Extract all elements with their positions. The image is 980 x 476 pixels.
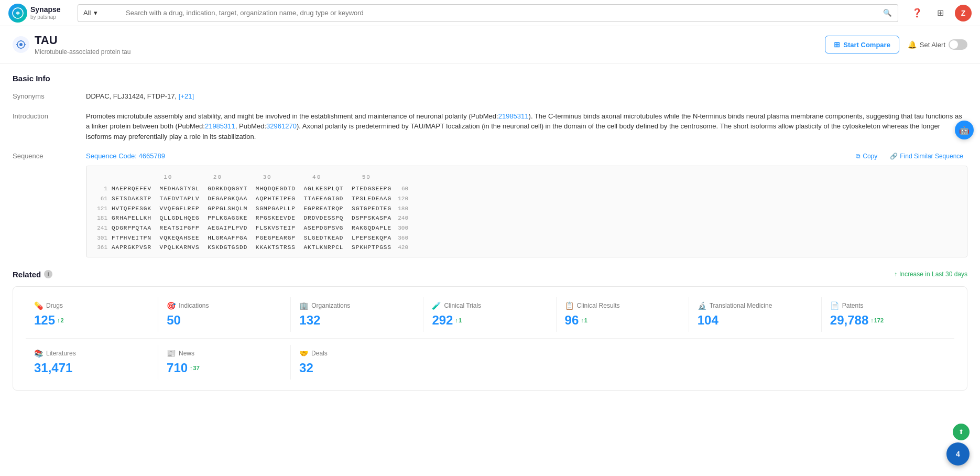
related-grid-row2: 📚 Literatures 31,471 📰 News 710 ↑ bbox=[26, 345, 954, 380]
navbar: Synapse by patsnap All ▾ 🔍 ❓ ⊞ Z bbox=[0, 0, 980, 26]
help-button[interactable]: ❓ bbox=[909, 5, 925, 21]
search-button[interactable]: 🔍 bbox=[877, 4, 898, 22]
related-item-news[interactable]: 📰 News 710 ↑37 bbox=[158, 345, 291, 380]
find-similar-button[interactable]: 🔗 Find Similar Sequence bbox=[886, 153, 967, 160]
find-similar-icon: 🔗 bbox=[890, 153, 898, 160]
filter-value: All bbox=[83, 9, 91, 17]
related-card: 💊 Drugs 125 ↑2 🎯 Indications 50 bbox=[13, 286, 967, 391]
svg-point-2 bbox=[19, 43, 23, 46]
patents-increase: ↑172 bbox=[870, 317, 884, 323]
sequence-row: Sequence Sequence Code: 4665789 ⧉ Copy 🔗… bbox=[13, 151, 967, 257]
seq-line-6: 301FTPHVEITPN VQKEQAHSEE HLGRAAFPGA PGEG… bbox=[95, 233, 959, 243]
ai-chat-icon: 🤖 bbox=[959, 125, 970, 135]
related-item-indications[interactable]: 🎯 Indications 50 bbox=[158, 297, 291, 332]
search-filter-dropdown[interactable]: All ▾ bbox=[78, 4, 119, 22]
clinical-results-label: Clinical Results bbox=[577, 302, 620, 309]
pubmed3-link[interactable]: 32961270 bbox=[266, 122, 297, 130]
search-input[interactable] bbox=[119, 4, 877, 22]
compare-icon: ⊞ bbox=[834, 40, 840, 49]
introduction-label: Introduction bbox=[13, 111, 86, 142]
related-item-organizations[interactable]: 🏢 Organizations 132 bbox=[291, 297, 423, 332]
introduction-value: Promotes microtubule assembly and stabil… bbox=[86, 111, 967, 142]
related-header: Related i ↑ Increase in Last 30 days bbox=[13, 270, 967, 279]
seq-line-1: 1MAEPRQEFEV MEDHAGTYGL GDRKDQGGYT MHQDQE… bbox=[95, 184, 959, 194]
deals-value: 32 bbox=[299, 361, 415, 375]
drugs-icon: 💊 bbox=[34, 301, 43, 310]
basic-info-title: Basic Info bbox=[13, 74, 967, 83]
literatures-value: 31,471 bbox=[34, 361, 149, 375]
translational-label: Translational Medicine bbox=[710, 302, 772, 309]
news-label: News bbox=[179, 350, 194, 357]
help-icon: ❓ bbox=[912, 8, 922, 18]
drugs-increase: ↑2 bbox=[57, 317, 64, 323]
logo-text: Synapse bbox=[30, 6, 61, 14]
organizations-label: Organizations bbox=[311, 302, 350, 309]
drugs-label: Drugs bbox=[46, 302, 63, 309]
page-header: TAU Microtubule-associated protein tau ⊞… bbox=[0, 26, 980, 63]
related-item-drugs[interactable]: 💊 Drugs 125 ↑2 bbox=[26, 297, 158, 332]
related-info-icon[interactable]: i bbox=[44, 270, 52, 278]
organizations-value: 132 bbox=[299, 313, 415, 328]
sequence-box[interactable]: 10 20 30 40 50 1MAEPRQEFEV MEDHAGTYGL GD… bbox=[86, 166, 967, 257]
sequence-code-link[interactable]: Sequence Code: 4665789 bbox=[86, 151, 165, 161]
related-item-literatures[interactable]: 📚 Literatures 31,471 bbox=[26, 345, 158, 380]
sequence-header: Sequence Code: 4665789 ⧉ Copy 🔗 Find Sim… bbox=[86, 151, 967, 161]
page-title: TAU bbox=[35, 34, 130, 47]
synonyms-more-link[interactable]: [+21] bbox=[179, 92, 194, 100]
set-alert-area: 🔔 Set Alert bbox=[908, 39, 967, 50]
related-item-translational[interactable]: 🔬 Translational Medicine 104 bbox=[689, 297, 822, 332]
translational-value: 104 bbox=[698, 313, 813, 328]
alert-icon: 🔔 bbox=[908, 40, 917, 49]
literatures-icon: 📚 bbox=[34, 349, 43, 358]
patents-value: 29,788 ↑172 bbox=[830, 313, 946, 328]
related-item-clinical-trials[interactable]: 🧪 Clinical Trials 292 ↑1 bbox=[423, 297, 556, 332]
logo-icon bbox=[8, 4, 27, 23]
seq-line-7: 361AAPRGKPVSR VPQLKARMVS KSKDGTGSDD KKAK… bbox=[95, 243, 959, 253]
sequence-value: Sequence Code: 4665789 ⧉ Copy 🔗 Find Sim… bbox=[86, 151, 967, 257]
news-increase: ↑37 bbox=[190, 365, 200, 371]
start-compare-button[interactable]: ⊞ Start Compare bbox=[825, 36, 899, 53]
target-icon bbox=[13, 36, 29, 53]
chevron-down-icon: ▾ bbox=[94, 9, 97, 17]
pubmed1-link[interactable]: 21985311 bbox=[498, 112, 529, 120]
apps-icon: ⊞ bbox=[937, 8, 944, 18]
logo-subtext: by patsnap bbox=[30, 14, 61, 20]
deals-label: Deals bbox=[311, 350, 328, 357]
sequence-label: Sequence bbox=[13, 151, 86, 257]
literatures-label: Literatures bbox=[46, 350, 76, 357]
clinical-trials-value: 292 ↑1 bbox=[432, 313, 547, 328]
clinical-results-icon: 📋 bbox=[565, 301, 574, 310]
indications-value: 50 bbox=[167, 313, 282, 328]
clinical-trials-increase: ↑1 bbox=[455, 317, 462, 323]
pubmed2-link[interactable]: 21985311 bbox=[205, 122, 235, 130]
related-item-patents[interactable]: 📄 Patents 29,788 ↑172 bbox=[822, 297, 954, 332]
news-icon: 📰 bbox=[167, 349, 176, 358]
related-title-area: Related i bbox=[13, 270, 52, 279]
translational-icon: 🔬 bbox=[698, 301, 706, 310]
related-item-deals[interactable]: 🤝 Deals 32 bbox=[291, 345, 423, 380]
deals-icon: 🤝 bbox=[299, 349, 308, 358]
related-item-clinical-results[interactable]: 📋 Clinical Results 96 ↑1 bbox=[557, 297, 689, 332]
nav-icons: ❓ ⊞ Z bbox=[909, 5, 972, 21]
clinical-trials-icon: 🧪 bbox=[432, 301, 441, 310]
copy-button[interactable]: ⧉ Copy bbox=[852, 153, 881, 160]
apps-button[interactable]: ⊞ bbox=[932, 5, 949, 21]
indications-icon: 🎯 bbox=[167, 301, 176, 310]
news-value: 710 ↑37 bbox=[167, 361, 282, 375]
clinical-trials-label: Clinical Trials bbox=[444, 302, 481, 309]
search-area: All ▾ 🔍 bbox=[78, 4, 898, 22]
set-alert-label: Set Alert bbox=[920, 41, 945, 49]
indications-label: Indications bbox=[179, 302, 209, 309]
ai-chat-bubble[interactable]: 🤖 bbox=[955, 121, 974, 139]
synonyms-value: DDPAC, FLJ31424, FTDP-17, [+21] bbox=[86, 91, 967, 102]
alert-toggle[interactable] bbox=[949, 39, 967, 50]
seq-line-4: 181GRHAPELLKH QLLGDLHQEG PPLKGAGGKE RPGS… bbox=[95, 213, 959, 223]
synonyms-row: Synonyms DDPAC, FLJ31424, FTDP-17, [+21] bbox=[13, 91, 967, 102]
seq-line-3: 121HVTQEPESGK VVQEGFLREP GPPGLSHQLM SGMP… bbox=[95, 204, 959, 214]
user-avatar[interactable]: Z bbox=[955, 5, 972, 21]
related-section: Related i ↑ Increase in Last 30 days 💊 D… bbox=[13, 270, 967, 391]
logo-area: Synapse by patsnap bbox=[8, 4, 71, 23]
page-subtitle: Microtubule-associated protein tau bbox=[35, 48, 130, 56]
organizations-icon: 🏢 bbox=[299, 301, 308, 310]
patents-label: Patents bbox=[842, 302, 864, 309]
